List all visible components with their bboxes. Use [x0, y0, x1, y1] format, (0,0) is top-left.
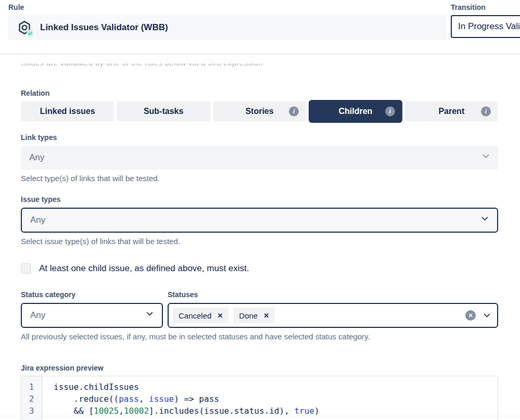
relation-option-stories[interactable]: Storiesi [213, 101, 306, 121]
code-line: .reduce((pass, issue) => pass [54, 393, 498, 405]
clipped-description: issues are validated by one of the rules… [21, 63, 498, 68]
rule-card: Linked Issues Validator (WBB) [8, 15, 447, 40]
expression-preview[interactable]: 123 issue.childIssues .reduce((pass, iss… [21, 376, 498, 420]
clear-all-icon[interactable]: ✕ [465, 310, 476, 321]
link-types-label: Link types [21, 133, 498, 142]
bottom-divider [0, 416, 520, 416]
code-line: && [10025,10002].includes(issue.status.i… [54, 405, 498, 417]
relation-option-children[interactable]: Childreni [309, 100, 402, 123]
header-divider [0, 54, 520, 55]
relation-option-label: Children [338, 107, 372, 116]
must-exist-checkbox[interactable] [21, 263, 31, 274]
line-number: 2 [21, 393, 42, 405]
status-row: Status category Any Statuses Canceled✕Do… [21, 290, 498, 328]
statuses-help: All previously selected issues, if any, … [21, 332, 498, 341]
statuses-section: Statuses Canceled✕Done✕ ✕ [168, 290, 498, 328]
line-number-gutter: 123 [21, 376, 42, 420]
link-types-help: Select type(s) of links that will be tes… [21, 174, 498, 183]
line-number: 3 [21, 405, 42, 417]
line-number: 1 [21, 381, 42, 393]
status-tag-canceled: Canceled✕ [173, 308, 229, 323]
link-types-select[interactable]: Any [21, 146, 498, 170]
info-icon[interactable]: i [481, 107, 491, 117]
header: Rule Linked Issues Validator (WBB) Trans… [0, 0, 520, 40]
status-tag-label: Canceled [179, 311, 211, 320]
chevron-down-icon [481, 214, 488, 221]
issue-types-label: Issue types [21, 195, 498, 203]
status-category-section: Status category Any [21, 290, 163, 328]
info-icon[interactable]: i [385, 107, 395, 117]
rule-config-form: issues are validated by one of the rules… [0, 63, 520, 420]
relation-option-sub-tasks[interactable]: Sub-tasks [117, 101, 210, 121]
transition-select[interactable]: In Progress Vali [451, 15, 520, 38]
remove-tag-icon[interactable]: ✕ [217, 312, 223, 320]
rule-name: Linked Issues Validator (WBB) [40, 22, 168, 33]
relation-option-label: Parent [438, 107, 464, 116]
chevron-down-icon [146, 309, 153, 316]
transition-value: In Progress Vali [458, 21, 520, 32]
relation-option-label: Linked issues [40, 107, 95, 116]
relation-option-label: Stories [245, 107, 273, 116]
relation-option-parent[interactable]: Parenti [405, 101, 498, 121]
relation-label: Relation [21, 89, 498, 97]
relation-option-label: Sub-tasks [144, 107, 183, 116]
rule-section: Rule Linked Issues Validator (WBB) [8, 3, 447, 40]
must-exist-row: At least one child issue, as defined abo… [21, 263, 498, 274]
status-tag-label: Done [239, 311, 258, 320]
check-badge-icon [27, 30, 34, 37]
rule-label: Rule [8, 3, 447, 11]
link-types-value: Any [29, 152, 44, 163]
relation-option-linked-issues[interactable]: Linked issues [21, 101, 114, 121]
transition-label: Transition [451, 3, 520, 11]
issue-types-select[interactable]: Any [21, 208, 498, 233]
expression-label: Jira expression preview [21, 364, 498, 372]
status-category-select[interactable]: Any [21, 303, 163, 328]
statuses-label: Statuses [168, 290, 498, 299]
chevron-down-icon [484, 311, 490, 317]
code-line: issue.childIssues [54, 381, 498, 393]
relation-segmented: Linked issuesSub-tasksStoriesiChildreniP… [21, 101, 498, 121]
status-tag-done: Done✕ [233, 308, 275, 323]
statuses-multiselect[interactable]: Canceled✕Done✕ ✕ [168, 303, 498, 328]
must-exist-label: At least one child issue, as defined abo… [39, 263, 249, 274]
issue-types-help: Select issue type(s) of links that will … [21, 237, 498, 246]
info-icon[interactable]: i [289, 107, 299, 117]
statuses-icons: ✕ [465, 310, 489, 321]
expression-code: issue.childIssues .reduce((pass, issue) … [42, 376, 498, 420]
statuses-tags: Canceled✕Done✕ [173, 308, 275, 323]
status-category-value: Any [30, 310, 45, 321]
remove-tag-icon[interactable]: ✕ [263, 312, 269, 320]
validator-hexnut-icon [17, 20, 32, 35]
status-category-label: Status category [21, 290, 163, 299]
chevron-down-icon [483, 151, 489, 158]
issue-types-value: Any [30, 215, 45, 225]
transition-section: Transition In Progress Vali [451, 3, 520, 38]
